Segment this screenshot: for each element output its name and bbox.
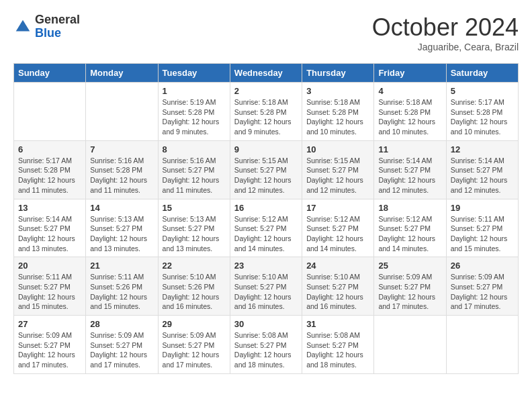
calendar-cell: [86, 83, 158, 141]
day-number: 28: [90, 319, 153, 329]
day-number: 21: [90, 261, 153, 271]
calendar-cell: [14, 83, 86, 141]
calendar-cell: 17Sunrise: 5:12 AM Sunset: 5:27 PM Dayli…: [302, 199, 374, 257]
cell-content: Sunrise: 5:16 AM Sunset: 5:28 PM Dayligh…: [90, 156, 153, 195]
cell-content: Sunrise: 5:18 AM Sunset: 5:28 PM Dayligh…: [378, 97, 441, 137]
day-header-monday: Monday: [86, 64, 158, 83]
cell-content: Sunrise: 5:12 AM Sunset: 5:27 PM Dayligh…: [378, 214, 441, 254]
cell-content: Sunrise: 5:11 AM Sunset: 5:27 PM Dayligh…: [451, 214, 514, 254]
cell-content: Sunrise: 5:11 AM Sunset: 5:26 PM Dayligh…: [90, 272, 153, 312]
day-number: 19: [451, 203, 514, 213]
cell-content: Sunrise: 5:08 AM Sunset: 5:27 PM Dayligh…: [234, 330, 298, 370]
cell-content: Sunrise: 5:13 AM Sunset: 5:27 PM Dayligh…: [163, 214, 226, 254]
day-number: 2: [234, 86, 298, 96]
calendar-week-row: 13Sunrise: 5:14 AM Sunset: 5:27 PM Dayli…: [14, 199, 519, 257]
calendar-cell: 21Sunrise: 5:11 AM Sunset: 5:26 PM Dayli…: [86, 257, 158, 316]
calendar-cell: 10Sunrise: 5:15 AM Sunset: 5:27 PM Dayli…: [302, 140, 374, 199]
day-number: 16: [234, 203, 298, 213]
cell-content: Sunrise: 5:18 AM Sunset: 5:28 PM Dayligh…: [306, 97, 369, 137]
cell-content: Sunrise: 5:15 AM Sunset: 5:27 PM Dayligh…: [306, 156, 369, 195]
calendar-cell: 1Sunrise: 5:19 AM Sunset: 5:28 PM Daylig…: [158, 83, 230, 141]
title-block: October 2024 Jaguaribe, Ceara, Brazil: [372, 13, 519, 52]
cell-content: Sunrise: 5:16 AM Sunset: 5:27 PM Dayligh…: [163, 156, 226, 195]
calendar-week-row: 6Sunrise: 5:17 AM Sunset: 5:28 PM Daylig…: [14, 140, 519, 199]
day-number: 29: [163, 319, 226, 329]
calendar-cell: 19Sunrise: 5:11 AM Sunset: 5:27 PM Dayli…: [446, 199, 518, 257]
day-number: 4: [378, 86, 441, 96]
calendar-week-row: 27Sunrise: 5:09 AM Sunset: 5:27 PM Dayli…: [14, 316, 519, 374]
calendar-header-row: SundayMondayTuesdayWednesdayThursdayFrid…: [14, 64, 519, 83]
calendar-cell: 22Sunrise: 5:10 AM Sunset: 5:26 PM Dayli…: [158, 257, 230, 316]
day-number: 23: [234, 261, 298, 271]
logo-blue-text: Blue: [35, 27, 80, 40]
calendar-cell: 9Sunrise: 5:15 AM Sunset: 5:27 PM Daylig…: [230, 140, 302, 199]
day-number: 3: [306, 86, 369, 96]
cell-content: Sunrise: 5:18 AM Sunset: 5:28 PM Dayligh…: [234, 97, 298, 137]
cell-content: Sunrise: 5:09 AM Sunset: 5:27 PM Dayligh…: [90, 330, 153, 370]
logo-icon: [13, 17, 32, 36]
calendar-cell: 13Sunrise: 5:14 AM Sunset: 5:27 PM Dayli…: [14, 199, 86, 257]
calendar-cell: 3Sunrise: 5:18 AM Sunset: 5:28 PM Daylig…: [302, 83, 374, 141]
calendar-cell: 5Sunrise: 5:17 AM Sunset: 5:28 PM Daylig…: [446, 83, 518, 141]
cell-content: Sunrise: 5:14 AM Sunset: 5:27 PM Dayligh…: [18, 214, 81, 254]
day-header-wednesday: Wednesday: [230, 64, 302, 83]
cell-content: Sunrise: 5:10 AM Sunset: 5:27 PM Dayligh…: [234, 272, 298, 312]
calendar-cell: 20Sunrise: 5:11 AM Sunset: 5:27 PM Dayli…: [14, 257, 86, 316]
day-number: 1: [163, 86, 226, 96]
day-number: 30: [234, 319, 298, 329]
calendar-cell: 4Sunrise: 5:18 AM Sunset: 5:28 PM Daylig…: [374, 83, 446, 141]
logo-text: General Blue: [35, 13, 80, 40]
cell-content: Sunrise: 5:11 AM Sunset: 5:27 PM Dayligh…: [18, 272, 81, 312]
calendar-cell: 12Sunrise: 5:14 AM Sunset: 5:27 PM Dayli…: [446, 140, 518, 199]
logo: General Blue: [13, 13, 80, 40]
cell-content: Sunrise: 5:14 AM Sunset: 5:27 PM Dayligh…: [378, 156, 441, 195]
day-number: 11: [378, 144, 441, 154]
cell-content: Sunrise: 5:12 AM Sunset: 5:27 PM Dayligh…: [234, 214, 298, 254]
logo-general-text: General: [35, 13, 80, 27]
day-header-saturday: Saturday: [446, 64, 518, 83]
day-number: 7: [90, 144, 153, 154]
day-number: 10: [306, 144, 369, 154]
day-number: 15: [163, 203, 226, 213]
day-number: 17: [306, 203, 369, 213]
day-number: 5: [451, 86, 514, 96]
calendar-cell: 28Sunrise: 5:09 AM Sunset: 5:27 PM Dayli…: [86, 316, 158, 374]
calendar-cell: 23Sunrise: 5:10 AM Sunset: 5:27 PM Dayli…: [230, 257, 302, 316]
page-header: General Blue October 2024 Jaguaribe, Cea…: [13, 13, 519, 52]
day-header-sunday: Sunday: [14, 64, 86, 83]
calendar-cell: 11Sunrise: 5:14 AM Sunset: 5:27 PM Dayli…: [374, 140, 446, 199]
cell-content: Sunrise: 5:19 AM Sunset: 5:28 PM Dayligh…: [163, 97, 226, 137]
cell-content: Sunrise: 5:17 AM Sunset: 5:28 PM Dayligh…: [18, 156, 81, 195]
day-number: 14: [90, 203, 153, 213]
cell-content: Sunrise: 5:17 AM Sunset: 5:28 PM Dayligh…: [451, 97, 514, 137]
calendar-cell: 25Sunrise: 5:09 AM Sunset: 5:27 PM Dayli…: [374, 257, 446, 316]
cell-content: Sunrise: 5:14 AM Sunset: 5:27 PM Dayligh…: [451, 156, 514, 195]
day-number: 24: [306, 261, 369, 271]
calendar-cell: 7Sunrise: 5:16 AM Sunset: 5:28 PM Daylig…: [86, 140, 158, 199]
location-text: Jaguaribe, Ceara, Brazil: [372, 42, 519, 52]
calendar-cell: 27Sunrise: 5:09 AM Sunset: 5:27 PM Dayli…: [14, 316, 86, 374]
svg-marker-0: [16, 20, 30, 32]
calendar-cell: 8Sunrise: 5:16 AM Sunset: 5:27 PM Daylig…: [158, 140, 230, 199]
day-number: 26: [451, 261, 514, 271]
calendar-cell: [374, 316, 446, 374]
day-number: 18: [378, 203, 441, 213]
cell-content: Sunrise: 5:10 AM Sunset: 5:26 PM Dayligh…: [163, 272, 226, 312]
day-number: 25: [378, 261, 441, 271]
day-number: 8: [163, 144, 226, 154]
day-header-thursday: Thursday: [302, 64, 374, 83]
day-number: 12: [451, 144, 514, 154]
calendar-cell: 24Sunrise: 5:10 AM Sunset: 5:27 PM Dayli…: [302, 257, 374, 316]
cell-content: Sunrise: 5:15 AM Sunset: 5:27 PM Dayligh…: [234, 156, 298, 195]
calendar-cell: 31Sunrise: 5:08 AM Sunset: 5:27 PM Dayli…: [302, 316, 374, 374]
calendar-cell: 2Sunrise: 5:18 AM Sunset: 5:28 PM Daylig…: [230, 83, 302, 141]
cell-content: Sunrise: 5:09 AM Sunset: 5:27 PM Dayligh…: [18, 330, 81, 370]
day-number: 9: [234, 144, 298, 154]
cell-content: Sunrise: 5:08 AM Sunset: 5:27 PM Dayligh…: [306, 330, 369, 370]
calendar-cell: 6Sunrise: 5:17 AM Sunset: 5:28 PM Daylig…: [14, 140, 86, 199]
calendar-cell: 16Sunrise: 5:12 AM Sunset: 5:27 PM Dayli…: [230, 199, 302, 257]
cell-content: Sunrise: 5:09 AM Sunset: 5:27 PM Dayligh…: [378, 272, 441, 312]
cell-content: Sunrise: 5:09 AM Sunset: 5:27 PM Dayligh…: [451, 272, 514, 312]
day-header-tuesday: Tuesday: [158, 64, 230, 83]
cell-content: Sunrise: 5:13 AM Sunset: 5:27 PM Dayligh…: [90, 214, 153, 254]
